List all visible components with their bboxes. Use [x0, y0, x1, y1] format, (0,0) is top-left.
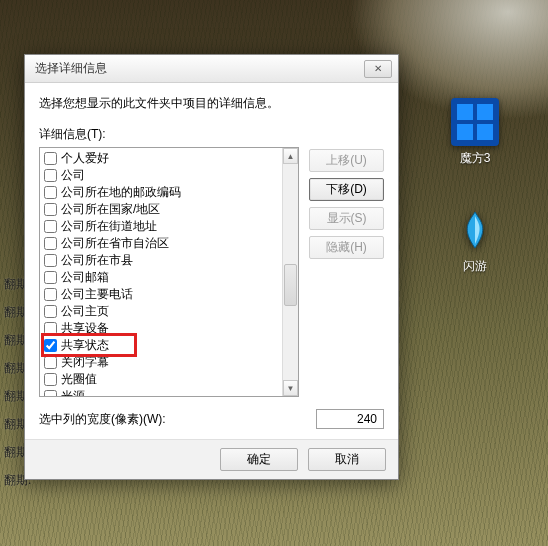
details-item[interactable]: 关闭字幕 [44, 354, 282, 371]
details-checkbox[interactable] [44, 203, 57, 216]
details-checkbox[interactable] [44, 373, 57, 386]
details-item-label: 关闭字幕 [61, 354, 109, 371]
details-item-label: 公司主要电话 [61, 286, 133, 303]
details-item-label: 公司所在省市自治区 [61, 235, 169, 252]
details-checkbox[interactable] [44, 390, 57, 396]
details-item[interactable]: 公司所在国家/地区 [44, 201, 282, 218]
move-down-button[interactable]: 下移(D) [309, 178, 384, 201]
details-checkbox[interactable] [44, 288, 57, 301]
hide-button[interactable]: 隐藏(H) [309, 236, 384, 259]
cancel-button[interactable]: 取消 [308, 448, 386, 471]
scroll-up-button[interactable]: ▲ [283, 148, 298, 164]
details-item-label: 公司 [61, 167, 85, 184]
details-item[interactable]: 公司主要电话 [44, 286, 282, 303]
details-checkbox[interactable] [44, 305, 57, 318]
details-item-label: 共享状态 [61, 337, 109, 354]
details-item[interactable]: 公司所在省市自治区 [44, 235, 282, 252]
choose-details-dialog: 选择详细信息 ✕ 选择您想显示的此文件夹中项目的详细信息。 详细信息(T): 个… [24, 54, 399, 480]
details-item[interactable]: 公司所在地的邮政编码 [44, 184, 282, 201]
details-item-label: 光源 [61, 388, 85, 396]
details-item[interactable]: 光源 [44, 388, 282, 396]
dialog-title: 选择详细信息 [35, 60, 107, 77]
details-item-label: 共享设备 [61, 320, 109, 337]
details-item[interactable]: 公司所在市县 [44, 252, 282, 269]
shanyou-icon [451, 206, 499, 254]
desktop-icon-mofang[interactable]: 魔方3 [440, 98, 510, 167]
details-item-label: 公司主页 [61, 303, 109, 320]
details-checkbox[interactable] [44, 356, 57, 369]
instruction-text: 选择您想显示的此文件夹中项目的详细信息。 [39, 95, 384, 112]
details-item-label: 公司邮箱 [61, 269, 109, 286]
close-icon: ✕ [374, 63, 382, 74]
details-checkbox[interactable] [44, 186, 57, 199]
scroll-down-button[interactable]: ▼ [283, 380, 298, 396]
details-item-label: 公司所在市县 [61, 252, 133, 269]
details-item[interactable]: 个人爱好 [44, 150, 282, 167]
ok-button[interactable]: 确定 [220, 448, 298, 471]
details-checkbox[interactable] [44, 152, 57, 165]
details-item-label: 公司所在地的邮政编码 [61, 184, 181, 201]
details-checkbox[interactable] [44, 271, 57, 284]
titlebar[interactable]: 选择详细信息 ✕ [25, 55, 398, 83]
scroll-thumb[interactable] [284, 264, 297, 306]
scroll-track[interactable] [283, 164, 298, 380]
details-item[interactable]: 公司 [44, 167, 282, 184]
details-checkbox[interactable] [44, 237, 57, 250]
move-up-button[interactable]: 上移(U) [309, 149, 384, 172]
details-item-label: 公司所在国家/地区 [61, 201, 160, 218]
details-item[interactable]: 光圈值 [44, 371, 282, 388]
details-item-label: 公司所在街道地址 [61, 218, 157, 235]
details-item[interactable]: 公司邮箱 [44, 269, 282, 286]
details-item-label: 个人爱好 [61, 150, 109, 167]
details-item[interactable]: 公司所在街道地址 [44, 218, 282, 235]
scrollbar[interactable]: ▲ ▼ [282, 148, 298, 396]
show-button[interactable]: 显示(S) [309, 207, 384, 230]
desktop-icon-label: 魔方3 [440, 150, 510, 167]
details-item[interactable]: 公司主页 [44, 303, 282, 320]
details-item[interactable]: 共享设备 [44, 320, 282, 337]
details-listbox[interactable]: 个人爱好公司公司所在地的邮政编码公司所在国家/地区公司所在街道地址公司所在省市自… [39, 147, 299, 397]
desktop-icon-shanyou[interactable]: 闪游 [440, 206, 510, 275]
details-item[interactable]: 共享状态 [44, 337, 282, 354]
desktop-icon-label: 闪游 [440, 258, 510, 275]
width-label: 选中列的宽度(像素)(W): [39, 411, 166, 428]
width-input[interactable] [316, 409, 384, 429]
details-checkbox[interactable] [44, 254, 57, 267]
details-checkbox[interactable] [44, 169, 57, 182]
details-checkbox[interactable] [44, 220, 57, 233]
details-item-label: 光圈值 [61, 371, 97, 388]
details-checkbox[interactable] [44, 339, 57, 352]
details-label: 详细信息(T): [39, 126, 384, 143]
mofang-icon [451, 98, 499, 146]
close-button[interactable]: ✕ [364, 60, 392, 78]
details-checkbox[interactable] [44, 322, 57, 335]
